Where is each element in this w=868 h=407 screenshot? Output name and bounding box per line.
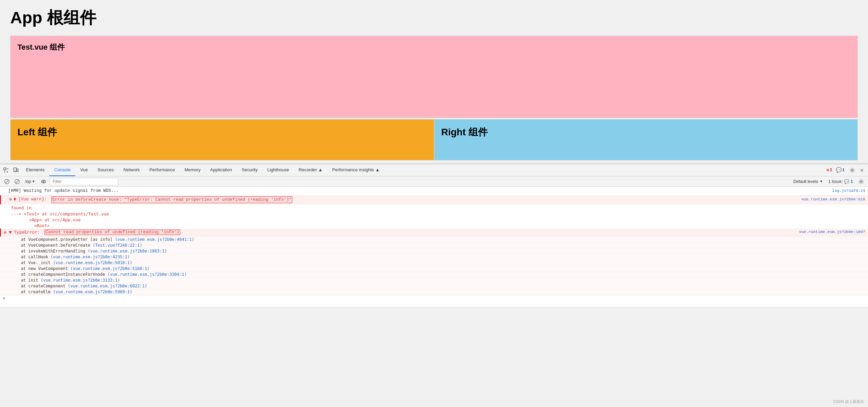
error-circle-icon: ⊗ xyxy=(826,167,829,173)
stack-trace-1: at VueComponent.proxyGetter [as info] (v… xyxy=(0,237,868,243)
tab-security[interactable]: Security xyxy=(237,164,262,176)
console-settings-icon[interactable] xyxy=(857,177,865,186)
stack-trace-link-8[interactable]: (vue.runtime.esm.js?2b0e:3133:1) xyxy=(41,278,120,283)
error-count: 2 xyxy=(830,168,832,173)
issue-count: 1 xyxy=(851,179,853,184)
color-boxes: Left 组件 Right 组件 xyxy=(10,119,858,160)
issues-label: 1 Issue: xyxy=(828,179,843,184)
tab-memory[interactable]: Memory xyxy=(180,164,205,176)
stack-trace-link-9[interactable]: (vue.runtime.esm.js?2b0e:6022:1) xyxy=(68,284,147,288)
prompt-chevron: > xyxy=(3,296,5,301)
issues-chat-icon: 💬 xyxy=(844,179,849,184)
console-output: [HMR] Waiting for update signal from WDS… xyxy=(0,187,868,307)
error-circle-indicator2: ⊗ xyxy=(4,230,7,235)
vue-warn-file-link[interactable]: vue.runtime.esm.js?2b0e:619 xyxy=(802,196,865,202)
devtools-tabbar: Elements Console Vue Sources Network Per… xyxy=(0,164,868,176)
default-levels-label: Default levels xyxy=(793,179,818,184)
svg-point-11 xyxy=(860,181,862,182)
svg-rect-0 xyxy=(4,168,6,170)
watermark: CSDN @上善若水 xyxy=(833,399,864,404)
warning-count: 1 xyxy=(842,168,845,173)
vue-warn-highlighted: Error in beforeCreate hook: "TypeError: … xyxy=(51,196,293,203)
test-component-label: Test.vue 组件 xyxy=(17,42,851,52)
stack-trace-link-2[interactable]: (Test.vue?f246:22:1) xyxy=(93,243,142,248)
stack-trace-6: at new VueComponent (vue.runtime.esm.js?… xyxy=(0,266,868,272)
typeerror-file-link[interactable]: vue.runtime.esm.js?2b0e:1897 xyxy=(799,230,865,234)
stack-trace-10: at createElm (vue.runtime.esm.js?2b0e:59… xyxy=(0,289,868,295)
stack-trace-7: at createComponentInstanceForVnode (vue.… xyxy=(0,272,868,278)
tab-console[interactable]: Console xyxy=(49,164,75,176)
stack-trace-link-1[interactable]: (vue.runtime.esm.js?2b0e:4641:1) xyxy=(115,237,194,242)
console-prompt-line[interactable]: > xyxy=(0,295,868,302)
devtools-right-icons: ⊗ 2 💬 1 ✕ xyxy=(826,166,866,174)
default-levels-arrow: ▼ xyxy=(819,180,823,183)
svg-line-6 xyxy=(5,180,9,183)
typeerror-highlighted: Cannot read properties of undefined (rea… xyxy=(45,230,180,235)
stack-line-root: <Root> xyxy=(0,223,868,229)
console-filter-input[interactable] xyxy=(50,178,118,185)
app-container: App 根组件 Test.vue 组件 Left 组件 Right 组件 xyxy=(0,0,868,164)
stack-trace-2: at VueComponent.beforeCreate (Test.vue?f… xyxy=(0,243,868,248)
console-line-vue-warn: ⊗ [Vue warn]: Error in beforeCreate hook… xyxy=(0,195,868,205)
right-component-box: Right 组件 xyxy=(434,119,858,160)
stack-trace-link-3[interactable]: (vue.runtime.esm.js?2b0e:1863:1) xyxy=(88,249,167,254)
tab-elements[interactable]: Elements xyxy=(21,164,49,176)
hmr-file-link[interactable]: log.js?1afd:24 xyxy=(832,188,865,194)
typeerror-prefix: TypeError: xyxy=(14,230,42,235)
stack-trace-3: at invokeWithErrorHandling (vue.runtime.… xyxy=(0,248,868,254)
app-title: App 根组件 xyxy=(10,7,858,29)
stop-on-errors-icon[interactable] xyxy=(13,177,21,186)
eye-icon[interactable] xyxy=(39,177,48,186)
tab-performance[interactable]: Performance xyxy=(145,164,180,176)
console-line-hmr: [HMR] Waiting for update signal from WDS… xyxy=(0,187,868,195)
left-component-box: Left 组件 xyxy=(10,119,434,160)
stack-trace-link-5[interactable]: (vue.runtime.esm.js?2b0e:5018:1) xyxy=(53,260,132,265)
top-label: top xyxy=(25,179,31,184)
hmr-message: [HMR] Waiting for update signal from WDS… xyxy=(8,188,119,194)
inspect-element-icon[interactable] xyxy=(2,166,10,174)
warning-badge: 💬 1 xyxy=(836,167,845,173)
console-line-typeerror: ⊗ TypeError: Cannot read properties of u… xyxy=(0,229,868,237)
stack-trace-9: at createComponent (vue.runtime.esm.js?2… xyxy=(0,283,868,289)
device-toggle-icon[interactable] xyxy=(12,166,20,174)
console-toolbar: top ▼ Default levels ▼ 1 Issue: 💬 1 xyxy=(0,176,868,187)
svg-point-9 xyxy=(41,180,46,183)
stack-trace-link-4[interactable]: (vue.runtime.esm.js?2b0e:4235:1) xyxy=(51,255,130,259)
svg-rect-2 xyxy=(17,169,18,172)
typeerror-expand[interactable] xyxy=(9,231,12,234)
stack-trace-8: at init (vue.runtime.esm.js?2b0e:3133:1) xyxy=(0,278,868,283)
devtools-tabs: Elements Console Vue Sources Network Per… xyxy=(21,164,825,176)
stack-trace-link-10[interactable]: (vue.runtime.esm.js?2b0e:5969:1) xyxy=(53,289,132,294)
settings-icon[interactable] xyxy=(848,166,856,174)
tab-vue[interactable]: Vue xyxy=(75,164,93,176)
tab-network[interactable]: Network xyxy=(119,164,145,176)
left-component-label: Left 组件 xyxy=(17,126,57,139)
tab-application[interactable]: Application xyxy=(205,164,237,176)
error-badge: ⊗ 2 xyxy=(826,167,832,173)
tab-recorder[interactable]: Recorder ▲ xyxy=(294,164,328,176)
stack-line-app: <App> at src/App.vue xyxy=(0,217,868,223)
vue-warn-expand[interactable] xyxy=(14,197,16,201)
test-component-box: Test.vue 组件 xyxy=(10,36,858,118)
stack-trace-5: at Vue._init (vue.runtime.esm.js?2b0e:50… xyxy=(0,260,868,266)
close-icon[interactable]: ✕ xyxy=(858,166,866,174)
tab-performance-insights[interactable]: Performance insights ▲ xyxy=(327,164,384,176)
default-levels-dropdown[interactable]: Default levels ▼ xyxy=(793,179,823,184)
right-component-label: Right 组件 xyxy=(441,126,488,139)
svg-line-8 xyxy=(15,180,19,183)
clear-console-icon[interactable] xyxy=(3,177,11,186)
vue-warn-prefix: [Vue warn]: xyxy=(19,196,49,202)
top-dropdown-arrow: ▼ xyxy=(32,180,35,183)
devtools-panel: Elements Console Vue Sources Network Per… xyxy=(0,164,868,307)
tab-lighthouse[interactable]: Lighthouse xyxy=(262,164,294,176)
tab-sources[interactable]: Sources xyxy=(93,164,119,176)
top-context-dropdown[interactable]: top ▼ xyxy=(23,178,37,185)
issues-badge: 1 Issue: 💬 1 xyxy=(828,179,853,184)
warning-chat-icon: 💬 xyxy=(836,167,842,173)
error-circle-indicator: ⊗ xyxy=(9,197,12,203)
stack-trace-4: at callHook (vue.runtime.esm.js?2b0e:423… xyxy=(0,254,868,260)
stack-line-test: ---> <Test> at src/components/Test.vue xyxy=(0,211,868,217)
found-in-label: found in xyxy=(0,205,868,211)
stack-trace-link-7[interactable]: (vue.runtime.esm.js?2b0e:3304:1) xyxy=(108,272,187,277)
stack-trace-link-6[interactable]: (vue.runtime.esm.js?2b0e:5168:1) xyxy=(70,266,149,271)
